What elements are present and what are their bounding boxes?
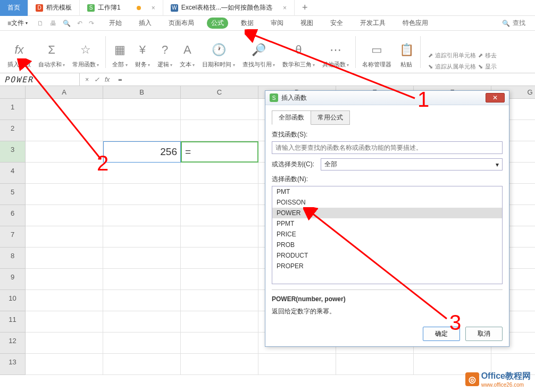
cell[interactable] (103, 311, 181, 333)
redo-icon[interactable]: ↷ (89, 20, 94, 27)
col-header-c[interactable]: C (181, 86, 258, 99)
menu-special[interactable]: 特色应用 (398, 18, 432, 29)
tab-all-functions[interactable]: 全部函数 (272, 110, 311, 125)
row-header-13[interactable]: 13 (0, 354, 26, 375)
math-fn-button[interactable]: θ数学和三角 (279, 40, 318, 71)
cell[interactable] (181, 120, 258, 141)
cell[interactable] (103, 290, 181, 311)
menu-page[interactable]: 页面布局 (164, 18, 198, 29)
cell[interactable] (181, 205, 258, 226)
row-header-7[interactable]: 7 (0, 226, 26, 248)
cell-c3-active[interactable]: = (181, 141, 258, 163)
row-header-8[interactable]: 8 (0, 248, 26, 269)
finance-fn-button[interactable]: ¥财务 (132, 40, 153, 71)
cell[interactable] (181, 163, 258, 184)
tab-excel-tip[interactable]: WExcel表格技...—如何按颜色筛选× (163, 0, 295, 16)
add-tab-button[interactable]: + (295, 2, 315, 13)
close-tab-icon[interactable]: × (283, 4, 287, 12)
cell[interactable] (26, 184, 103, 205)
col-header-b[interactable]: B (103, 86, 181, 99)
common-fn-button[interactable]: ☆常用函数 (69, 40, 102, 71)
cell[interactable] (103, 120, 181, 141)
cell[interactable] (181, 226, 258, 248)
cell[interactable] (26, 163, 103, 184)
menu-dev[interactable]: 开发工具 (356, 18, 390, 29)
cell[interactable] (26, 120, 103, 141)
formula-input[interactable]: = (115, 75, 535, 84)
cell[interactable] (26, 354, 103, 375)
close-tab-icon[interactable]: × (152, 4, 155, 12)
cell[interactable] (26, 141, 103, 163)
lookup-fn-button[interactable]: 🔎查找与引用 (239, 40, 278, 71)
cell[interactable] (103, 99, 181, 120)
row-header-3[interactable]: 3 (0, 141, 26, 163)
cell[interactable] (103, 333, 181, 354)
fx-icon[interactable]: fx (105, 76, 110, 83)
cell[interactable] (181, 311, 258, 333)
row-header-10[interactable]: 10 (0, 290, 26, 311)
save-icon[interactable]: 🗋 (37, 20, 44, 27)
category-select[interactable]: 全部▾ (321, 158, 503, 171)
select-all-corner[interactable] (0, 86, 26, 99)
autosum-button[interactable]: Σ自动求和 (35, 40, 68, 71)
tab-docer[interactable]: D稻壳模板 (28, 0, 80, 16)
row-header-5[interactable]: 5 (0, 184, 26, 205)
menu-data[interactable]: 数据 (237, 18, 258, 29)
cell[interactable] (181, 184, 258, 205)
tab-home[interactable]: 首页 (0, 0, 28, 16)
trace-ref-button[interactable]: ⬈ 追踪引用单元格 ⬈ 移去 (428, 52, 497, 59)
cell[interactable] (103, 184, 181, 205)
cell[interactable] (26, 290, 103, 311)
function-item-selected[interactable]: POWER (272, 208, 502, 218)
cell[interactable] (103, 163, 181, 184)
row-header-1[interactable]: 1 (0, 99, 26, 120)
menu-insert[interactable]: 插入 (135, 18, 156, 29)
name-box[interactable]: POWER (0, 73, 80, 86)
cell[interactable] (103, 205, 181, 226)
tab-common-formulas[interactable]: 常用公式 (311, 110, 350, 125)
cell[interactable] (26, 311, 103, 333)
menu-view[interactable]: 视图 (296, 18, 317, 29)
function-item[interactable]: PPMT (272, 218, 502, 229)
other-fn-button[interactable]: ⋯其他函数 (319, 40, 352, 71)
function-item[interactable]: PRICE (272, 229, 502, 240)
row-header-6[interactable]: 6 (0, 205, 26, 226)
row-header-11[interactable]: 11 (0, 311, 26, 333)
dialog-titlebar[interactable]: S 插入函数 ✕ (265, 91, 509, 105)
function-list[interactable]: PMT POISSON POWER PPMT PRICE PROB PRODUC… (272, 186, 503, 284)
undo-icon[interactable]: ↶ (77, 20, 82, 27)
menu-start[interactable]: 开始 (105, 18, 126, 29)
cell[interactable] (103, 269, 181, 290)
cell[interactable] (181, 269, 258, 290)
search-function-input[interactable] (272, 141, 503, 154)
menu-formula[interactable]: 公式 (207, 18, 228, 29)
cell[interactable] (336, 354, 414, 375)
cell[interactable] (26, 333, 103, 354)
row-header-2[interactable]: 2 (0, 120, 26, 141)
cell[interactable] (103, 354, 181, 375)
menu-review[interactable]: 审阅 (266, 18, 288, 29)
cell[interactable] (258, 354, 336, 375)
all-fn-button[interactable]: ▦全部 (109, 40, 130, 71)
cell[interactable] (26, 205, 103, 226)
cell[interactable] (26, 226, 103, 248)
cell[interactable] (26, 248, 103, 269)
confirm-formula-icon[interactable]: ✓ (94, 76, 99, 83)
cell[interactable] (181, 248, 258, 269)
logic-fn-button[interactable]: ?逻辑 (154, 40, 175, 71)
cancel-button[interactable]: 取消 (465, 327, 503, 341)
text-fn-button[interactable]: A文本 (177, 40, 198, 71)
insert-function-button[interactable]: fx插入函数 (4, 40, 34, 71)
function-item[interactable]: PMT (272, 186, 502, 197)
paste-name-button[interactable]: 📋粘贴 (396, 40, 417, 71)
cell-b3[interactable]: 256 (103, 141, 181, 163)
cell[interactable] (181, 99, 258, 120)
file-menu[interactable]: ≡ 文件 ▾ (3, 19, 32, 28)
cell[interactable] (181, 333, 258, 354)
row-header-12[interactable]: 12 (0, 333, 26, 354)
search-box[interactable]: 🔍查找 (496, 19, 532, 28)
cell[interactable] (103, 248, 181, 269)
menu-security[interactable]: 安全 (326, 18, 347, 29)
tab-workbook[interactable]: S工作簿1× (80, 0, 163, 16)
col-header-a[interactable]: A (26, 86, 103, 99)
